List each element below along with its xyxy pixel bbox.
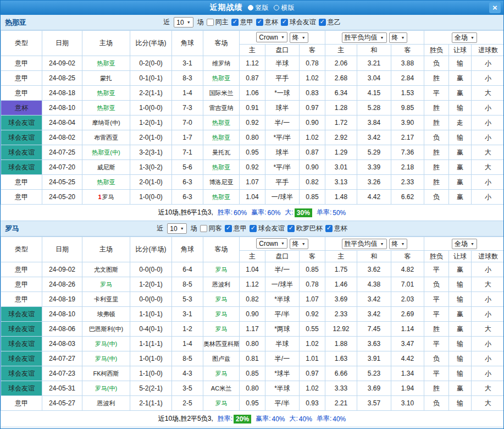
avg-odds-header: 胜平负均值▼终▼ — [325, 31, 424, 45]
cell-date: 24-08-18 — [42, 86, 82, 101]
away-team-name: 热那亚 — [212, 164, 230, 170]
stat-label: 赢率: — [251, 208, 266, 217]
record-summary: 近10场,胜6平1负3, — [158, 208, 213, 217]
venue-filter-checkbox[interactable]: 同客 — [200, 224, 222, 233]
competition-checkbox-box[interactable] — [287, 225, 295, 232]
radio-unselected-icon[interactable] — [274, 5, 279, 10]
cell-score: 0-0(0-0) — [130, 292, 172, 307]
cell-score: 2-2(1-1) — [130, 86, 172, 101]
cell-avg-home: 2.33 — [325, 307, 357, 322]
cell-handicap-result: 输 — [449, 351, 472, 366]
competition-checkbox[interactable]: 意甲 — [231, 18, 253, 27]
competition-checkbox-box[interactable] — [319, 19, 326, 26]
col-header-handicap_result: 让球 — [449, 45, 472, 56]
layout-radio-horizontal[interactable]: 横版 — [274, 3, 295, 13]
match-count-select[interactable]: 10▼ — [174, 17, 193, 28]
home-team-name: 热那亚 — [97, 105, 115, 111]
match-row: 意甲24-08-26罗马1-2(0-1)8-5恩波利1.12一/球半0.781.… — [1, 277, 504, 292]
odds-stage-select[interactable]: 终▼ — [290, 32, 308, 43]
competition-checkbox[interactable]: 球会友谊 — [281, 18, 316, 27]
team-section: 罗马近10▼场同客意甲球会友谊欧罗巴杯意杯类型日期主场比分(半场)角球客场Cro… — [1, 221, 503, 427]
competition-checkbox-box[interactable] — [225, 225, 232, 232]
cell-home-odds: 0.80 — [240, 381, 265, 396]
cell-goals: 小 — [472, 130, 504, 145]
match-row: 意甲24-05-27恩波利2-1(1-1)2-5罗马0.95平/半0.932.2… — [1, 396, 504, 411]
chevron-down-icon: ▼ — [302, 36, 306, 40]
cell-handicap: *球半 — [265, 366, 300, 381]
away-team-name: 罗马 — [215, 311, 228, 317]
cell-handicap-result: 赢 — [449, 71, 472, 86]
cell-away-odds: 1.02 — [300, 337, 325, 351]
avg-stage-select[interactable]: 终▼ — [389, 239, 408, 249]
competition-checkbox[interactable]: 欧罗巴杯 — [287, 224, 323, 233]
radio-selected-icon[interactable] — [248, 5, 253, 10]
match-row: 意甲24-09-02尤文图斯0-0(0-0)6-4罗马1.04半/一0.851.… — [1, 262, 504, 277]
cell-score: 0-2(0-0) — [130, 56, 172, 71]
cell-result: 平 — [424, 86, 449, 101]
cell-home-team: 热那亚 — [82, 56, 130, 71]
cell-away-odds: 1.01 — [300, 351, 325, 366]
match-row: 意甲24-05-25热那亚2-0(1-0)6-3博洛尼亚1.07平手0.823.… — [1, 175, 504, 190]
avg-method-select[interactable]: 胜平负均值▼ — [342, 239, 387, 249]
odds-source-select[interactable]: Crown▼ — [256, 238, 287, 249]
titlebar-controls: 近期战绩 竖版 横版 — [210, 3, 295, 13]
odds-stage-select[interactable]: 终▼ — [290, 239, 308, 249]
stat-value: 20% — [234, 415, 251, 424]
match-row: 意甲24-08-18热那亚2-2(1-1)1-4国际米兰1.06*一球0.836… — [1, 86, 504, 101]
competition-checkbox[interactable]: 意杯 — [325, 224, 347, 233]
cell-date: 24-08-10 — [42, 307, 82, 322]
cell-score: 1-1(1-1) — [130, 337, 172, 351]
competition-checkbox-box[interactable] — [250, 225, 257, 232]
avg-method-select[interactable]: 胜平负均值▼ — [342, 32, 387, 43]
cell-competition: 意甲 — [1, 71, 42, 86]
cell-home-odds: 1.07 — [240, 175, 265, 190]
venue-filter-checkbox-box[interactable] — [200, 225, 207, 232]
cell-handicap-result: 赢 — [449, 160, 472, 175]
cell-goals: 大 — [472, 277, 504, 292]
cell-avg-draw: 4.42 — [357, 190, 391, 205]
chevron-down-icon: ▼ — [187, 20, 191, 24]
stat-item: 胜率:20% — [218, 414, 251, 424]
odds-source-header: Crown▼终▼ — [240, 31, 325, 45]
cell-date: 24-09-02 — [42, 262, 82, 277]
avg-stage-select[interactable]: 终▼ — [389, 32, 408, 43]
competition-checkbox[interactable]: 意甲 — [225, 224, 247, 233]
col-header-result: 胜负 — [424, 251, 449, 262]
match-count-select[interactable]: 10▼ — [167, 223, 186, 234]
summary-footer: 近10场,胜2平5负3,胜率:20%赢率:40%大:40%单率:40% — [1, 411, 503, 427]
cell-away-odds: 1.02 — [300, 71, 325, 86]
col-header-home: 主场 — [82, 237, 130, 262]
cell-avg-away: 2.84 — [391, 71, 424, 86]
cell-handicap: 球半 — [265, 101, 300, 116]
competition-checkbox-box[interactable] — [231, 19, 239, 26]
scope-select[interactable]: 全场▼ — [452, 239, 477, 249]
cell-competition: 球会友谊 — [1, 366, 42, 381]
venue-filter-checkbox[interactable]: 同主 — [207, 18, 229, 27]
layout-radio-vertical[interactable]: 竖版 — [248, 3, 269, 13]
competition-checkbox[interactable]: 意杯 — [256, 18, 278, 27]
competition-checkbox[interactable]: 球会友谊 — [250, 224, 285, 233]
competition-checkbox-box[interactable] — [256, 19, 263, 26]
cell-competition: 球会友谊 — [1, 381, 42, 396]
table-head: 类型日期主场比分(半场)角球客场Crown▼终▼胜平负均值▼终▼全场▼主盘口客主… — [1, 237, 504, 262]
cell-avg-draw: 3.57 — [357, 396, 391, 411]
cell-avg-away: 2.03 — [391, 292, 424, 307]
summary-footer: 近10场,胜6平1负3,胜率:60%赢率:60%大:30%单率:50% — [1, 205, 503, 221]
venue-filter-checkbox-box[interactable] — [207, 19, 214, 26]
competition-checkbox[interactable]: 意乙 — [319, 18, 341, 27]
close-button[interactable]: × — [489, 2, 501, 13]
cell-away-team: 罗马 — [203, 366, 240, 381]
match-row: 意甲24-05-201罗马1-0(0-0)6-3热那亚1.04一/球半0.851… — [1, 190, 504, 205]
col-header-away: 客场 — [203, 31, 240, 56]
cell-handicap-result: 赢 — [449, 381, 472, 396]
cell-avg-away: 2.33 — [391, 175, 424, 190]
competition-checkbox-box[interactable] — [325, 225, 333, 232]
scope-select[interactable]: 全场▼ — [452, 32, 477, 43]
recent-results-window: 近期战绩 竖版 横版 × 热那亚近10▼场同主意甲意杯球会友谊意乙类型日期主场比… — [0, 0, 504, 429]
cell-result: 胜 — [424, 381, 449, 396]
cell-avg-home: 3.13 — [325, 175, 357, 190]
match-table: 类型日期主场比分(半场)角球客场Crown▼终▼胜平负均值▼终▼全场▼主盘口客主… — [1, 30, 504, 205]
competition-checkbox-box[interactable] — [281, 19, 288, 26]
cell-handicap: 半/一 — [265, 351, 300, 366]
odds-source-select[interactable]: Crown▼ — [256, 32, 287, 42]
